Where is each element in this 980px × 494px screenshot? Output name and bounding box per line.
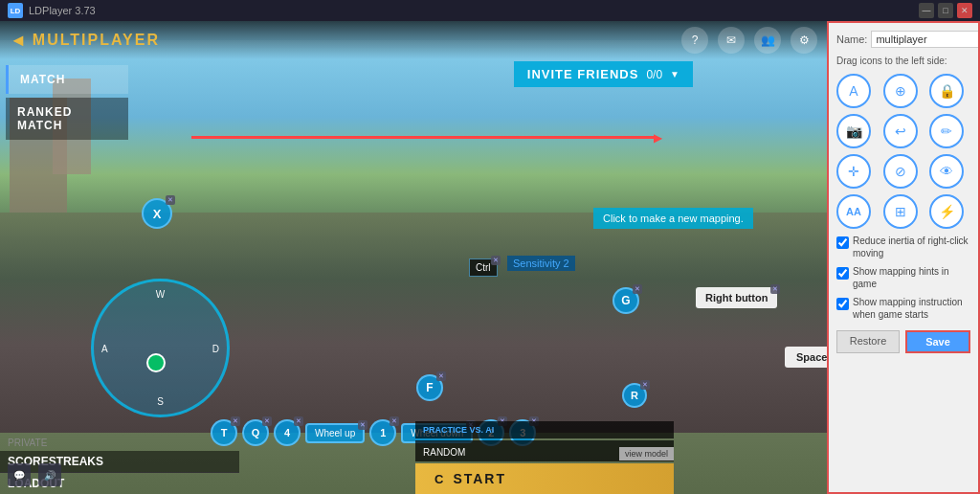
private-label: PRIVATE bbox=[0, 435, 239, 451]
key-g-close-icon[interactable]: ✕ bbox=[633, 284, 642, 294]
main-area: ◄ MULTIPLAYER ? ✉ 👥 ⚙ MATCH RANKED MATCH… bbox=[0, 21, 980, 494]
speaker-icon[interactable]: 🔊 bbox=[38, 463, 61, 486]
wheel-up-close-icon[interactable]: ✕ bbox=[358, 420, 368, 430]
bottom-left-ui: PRIVATE SCORESTREAKS LOADOUT 💬 🔊 bbox=[0, 435, 239, 494]
joystick-s-label: S bbox=[157, 396, 164, 407]
view-model-label: view model bbox=[619, 447, 674, 460]
random-label: RANDOM bbox=[423, 447, 465, 458]
key-t-close-icon[interactable]: ✕ bbox=[231, 416, 240, 426]
new-mapping-tooltip[interactable]: Click to make a new mapping. bbox=[593, 208, 753, 229]
drag-icons-label: Drag icons to the left side: bbox=[836, 56, 970, 66]
joystick-w-label: W bbox=[156, 289, 165, 300]
icon-swipe[interactable]: ↩ bbox=[883, 114, 918, 148]
invite-friends-bar[interactable]: INVITE FRIENDS 0/0 ▼ bbox=[514, 61, 693, 87]
icon-bolt[interactable]: ⚡ bbox=[929, 194, 964, 229]
reduce-inertia-checkbox[interactable] bbox=[836, 236, 849, 249]
invite-dropdown-icon: ▼ bbox=[670, 69, 679, 79]
icon-lock[interactable]: 🔒 bbox=[929, 74, 964, 108]
bottom-icons-row: 💬 🔊 bbox=[8, 463, 61, 486]
friends-icon[interactable]: 👥 bbox=[754, 27, 781, 54]
titlebar-title: LDPlayer 3.73 bbox=[29, 5, 96, 16]
panel-name-row: Name: ▼ bbox=[836, 31, 970, 48]
name-input[interactable] bbox=[871, 31, 980, 48]
key-q-wrap: Q ✕ bbox=[242, 419, 269, 446]
red-arrow-indicator bbox=[191, 136, 655, 139]
app-window: LD LDPlayer 3.73 — □ ✕ ◄ MULTIPLAYER bbox=[0, 0, 980, 494]
right-button-close-icon[interactable]: ✕ bbox=[770, 284, 780, 294]
show-hints-checkbox[interactable] bbox=[836, 267, 849, 280]
invite-count: 0/0 bbox=[646, 68, 662, 81]
key-1-close-icon[interactable]: ✕ bbox=[390, 416, 399, 426]
ctrl-key-wrap: Ctrl ✕ bbox=[469, 258, 498, 277]
help-icon[interactable]: ? bbox=[681, 27, 708, 54]
joystick-d-label: D bbox=[212, 343, 219, 353]
back-arrow-icon: ◄ bbox=[10, 31, 27, 51]
practice-row: PRACTICE VS. AI bbox=[415, 421, 674, 438]
start-button[interactable]: C START bbox=[415, 463, 674, 494]
mail-icon[interactable]: ✉ bbox=[718, 27, 745, 54]
key-r-close-icon[interactable]: ✕ bbox=[640, 380, 650, 390]
ctrl-close-icon[interactable]: ✕ bbox=[491, 256, 501, 265]
icon-grid[interactable]: ⊞ bbox=[883, 194, 918, 229]
checkbox-row-1: Reduce inertia of right-click moving bbox=[836, 235, 970, 259]
space-key-wrap: Space ✕ bbox=[785, 347, 827, 368]
titlebar-left: LD LDPlayer 3.73 bbox=[8, 3, 96, 18]
key-4-wrap: 4 ✕ bbox=[274, 419, 301, 446]
show-hints-label: Show mapping hints in game bbox=[853, 265, 970, 290]
joystick-inner bbox=[146, 353, 166, 372]
icon-dpad[interactable]: ✛ bbox=[836, 154, 871, 189]
titlebar: LD LDPlayer 3.73 — □ ✕ bbox=[0, 0, 980, 21]
key-f-close-icon[interactable]: ✕ bbox=[436, 371, 446, 381]
right-panel: Name: ▼ Drag icons to the left side: A ⊕… bbox=[827, 21, 980, 494]
game-area: ◄ MULTIPLAYER ? ✉ 👥 ⚙ MATCH RANKED MATCH… bbox=[0, 21, 827, 494]
key-4-close-icon[interactable]: ✕ bbox=[294, 416, 303, 426]
icon-pen[interactable]: ✏ bbox=[929, 114, 964, 148]
start-label: START bbox=[453, 471, 506, 486]
joystick[interactable]: W S A D bbox=[91, 279, 230, 417]
show-instruction-label: Show mapping instruction when game start… bbox=[853, 296, 970, 321]
key-f-wrap: F ✕ bbox=[416, 374, 443, 401]
restore-button[interactable]: Restore bbox=[836, 330, 900, 353]
invite-friends-label: INVITE FRIENDS bbox=[527, 67, 639, 81]
show-instruction-checkbox[interactable] bbox=[836, 298, 849, 310]
multiplayer-title: MULTIPLAYER bbox=[33, 32, 160, 49]
key-q-close-icon[interactable]: ✕ bbox=[262, 416, 272, 426]
key-1-wrap: 1 ✕ bbox=[369, 419, 396, 446]
panel-buttons: Restore Save bbox=[836, 330, 970, 353]
wheel-up-button[interactable]: Wheel up bbox=[305, 423, 365, 443]
bottom-right-ui: PRACTICE VS. AI RANDOM view model C STAR… bbox=[415, 421, 674, 494]
joystick-a-label: A bbox=[101, 343, 108, 353]
icon-no[interactable]: ⊘ bbox=[883, 154, 918, 189]
minimize-button[interactable]: — bbox=[919, 3, 934, 18]
start-key-icon: C bbox=[434, 472, 445, 486]
practice-label: PRACTICE VS. AI bbox=[423, 425, 494, 435]
nav-tabs: MATCH RANKED MATCH bbox=[0, 59, 134, 146]
close-button[interactable]: ✕ bbox=[957, 3, 972, 18]
icon-eye[interactable]: 👁 bbox=[929, 154, 964, 189]
save-button[interactable]: Save bbox=[905, 330, 970, 353]
topbar-right: ? ✉ 👥 ⚙ bbox=[681, 27, 817, 54]
right-button[interactable]: Right button bbox=[696, 287, 777, 308]
icon-crosshair[interactable]: ⊕ bbox=[883, 74, 918, 108]
key-x-close-icon[interactable]: ✕ bbox=[166, 195, 175, 205]
tab-match[interactable]: MATCH bbox=[6, 65, 128, 94]
key-g-wrap: G ✕ bbox=[612, 287, 639, 314]
game-topbar: ◄ MULTIPLAYER ? ✉ 👥 ⚙ bbox=[0, 21, 827, 59]
settings-icon[interactable]: ⚙ bbox=[791, 27, 817, 54]
tab-ranked-match[interactable]: RANKED MATCH bbox=[6, 98, 128, 140]
icon-letter-a[interactable]: A bbox=[836, 74, 871, 108]
app-logo: LD bbox=[8, 3, 23, 18]
titlebar-controls: — □ ✕ bbox=[919, 3, 972, 18]
wheel-up-wrap: Wheel up ✕ bbox=[305, 423, 365, 443]
right-button-wrap: Right button ✕ bbox=[696, 287, 777, 308]
icon-camera[interactable]: 📷 bbox=[836, 114, 871, 148]
maximize-button[interactable]: □ bbox=[938, 3, 953, 18]
checkbox-row-3: Show mapping instruction when game start… bbox=[836, 296, 970, 321]
icon-grid: A ⊕ 🔒 📷 ↩ ✏ ✛ ⊘ 👁 AA ⊞ ⚡ bbox=[836, 74, 970, 229]
name-label: Name: bbox=[836, 34, 867, 45]
chat-icon[interactable]: 💬 bbox=[8, 463, 31, 486]
key-r-wrap: R ✕ bbox=[622, 383, 647, 408]
back-button[interactable]: ◄ MULTIPLAYER bbox=[10, 31, 160, 51]
icon-text-aa[interactable]: AA bbox=[836, 194, 871, 229]
space-key-button[interactable]: Space bbox=[785, 347, 827, 368]
